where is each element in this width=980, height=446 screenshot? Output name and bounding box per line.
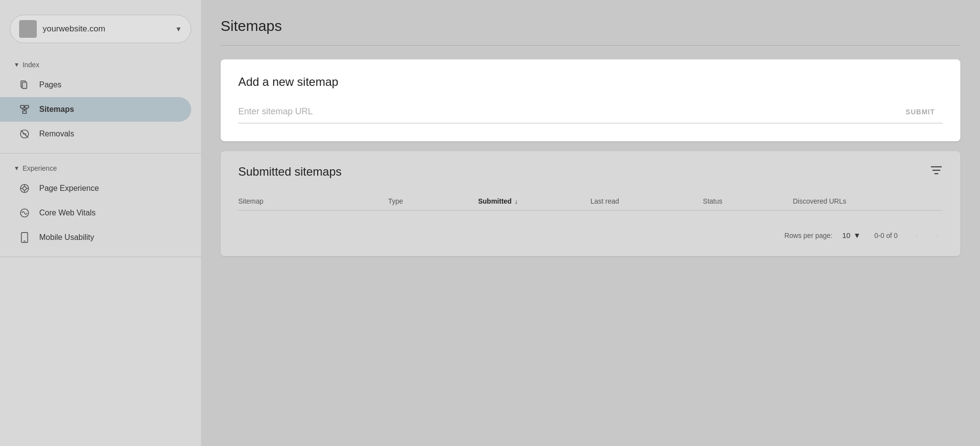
experience-label: Experience [23,164,57,172]
svg-rect-1 [22,82,26,89]
table-header: Sitemap Type Submitted ↓ Last read Statu… [238,192,943,210]
add-sitemap-card: Add a new sitemap SUBMIT [221,59,960,141]
svg-rect-4 [23,111,26,114]
sidebar-item-removals[interactable]: Removals [0,122,191,146]
mobile-usability-label: Mobile Usability [39,233,94,242]
removals-icon [19,128,30,140]
svg-rect-2 [21,105,24,108]
sidebar-item-pages[interactable]: Pages [0,73,191,97]
page-experience-icon [19,183,30,194]
add-sitemap-title: Add a new sitemap [238,75,943,89]
sort-arrow-icon: ↓ [515,198,518,205]
col-header-discovered-urls: Discovered URLs [793,197,943,205]
sidebar-item-sitemaps[interactable]: Sitemaps [0,97,191,122]
submitted-header: Submitted sitemaps [238,165,943,179]
sidebar-divider [0,153,201,154]
index-arrow-icon: ▼ [14,61,20,68]
col-header-sitemap: Sitemap [238,197,388,205]
table-footer: Rows per page: 10 ▼ 0-0 of 0 ‹ › [238,222,943,242]
pages-icon [19,79,30,91]
mobile-usability-icon [19,232,30,243]
site-selector[interactable]: yourwebsite.com ▼ [10,15,191,43]
sidebar-divider-2 [0,257,201,257]
rows-per-page-chevron-icon: ▼ [854,231,861,239]
submitted-sitemaps-card: Submitted sitemaps Sitemap Type Submitte… [221,151,960,256]
col-header-status: Status [703,197,793,205]
experience-section-label[interactable]: ▼ Experience [0,160,201,176]
index-label: Index [23,61,39,69]
next-page-button[interactable]: › [932,228,943,242]
sitemap-input-row: SUBMIT [238,103,943,124]
submitted-title: Submitted sitemaps [238,165,342,179]
site-name-label: yourwebsite.com [43,24,169,34]
pages-label: Pages [39,80,61,89]
rows-per-page-label: Rows per page: [784,232,832,239]
sitemap-url-input[interactable] [238,103,898,121]
prev-page-button[interactable]: ‹ [911,228,922,242]
sidebar-item-core-web-vitals[interactable]: Core Web Vitals [0,201,191,225]
removals-label: Removals [39,130,74,138]
svg-rect-3 [25,105,28,108]
col-header-submitted[interactable]: Submitted ↓ [478,197,590,205]
sidebar: yourwebsite.com ▼ ▼ Index Pages [0,0,201,446]
sitemaps-label: Sitemaps [39,105,74,114]
svg-point-13 [23,186,26,190]
sitemaps-icon [19,104,30,115]
chevron-down-icon: ▼ [175,25,182,33]
filter-icon[interactable] [930,165,943,179]
title-divider [221,45,960,46]
page-title: Sitemaps [221,18,960,34]
page-info: 0-0 of 0 [875,232,898,239]
rows-per-page-value: 10 [842,231,851,239]
rows-per-page-select[interactable]: 10 ▼ [842,231,861,239]
sidebar-item-mobile-usability[interactable]: Mobile Usability [0,225,191,250]
experience-arrow-icon: ▼ [14,165,20,172]
col-header-type: Type [388,197,478,205]
col-header-last-read: Last read [591,197,703,205]
index-section-label[interactable]: ▼ Index [0,57,201,73]
page-experience-label: Page Experience [39,184,99,193]
main-content: Sitemaps Add a new sitemap SUBMIT Submit… [201,0,980,446]
core-web-vitals-icon [19,207,30,219]
sidebar-item-page-experience[interactable]: Page Experience [0,176,191,201]
site-favicon [19,20,37,38]
submit-button[interactable]: SUBMIT [898,104,943,120]
core-web-vitals-label: Core Web Vitals [39,209,96,217]
